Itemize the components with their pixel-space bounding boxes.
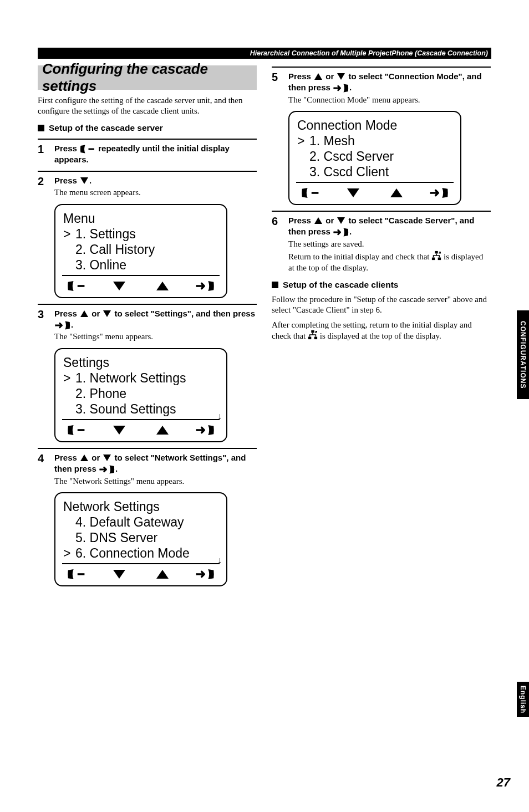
softkey-down-icon <box>342 186 364 200</box>
softkey-down-icon <box>108 279 130 293</box>
lcd-cursor: > <box>63 226 75 242</box>
t: Press <box>54 144 79 153</box>
step-divider <box>38 304 257 305</box>
lcd-title: Network Settings <box>63 499 218 514</box>
t: . <box>115 464 118 473</box>
network-icon <box>431 251 441 261</box>
lcd-softkey-row <box>63 279 218 293</box>
step-3: 3 Press or to select "Settings", and the… <box>38 308 257 343</box>
step-instruction: Press . <box>54 175 257 186</box>
step-2: 2 Press . The menu screen appears. <box>38 175 257 198</box>
up-arrow-icon <box>314 73 322 80</box>
softkey-down-icon <box>108 423 130 437</box>
lcd-title: Connection Mode <box>297 118 452 133</box>
lcd-item: 6. Connection Mode <box>75 545 190 561</box>
lcd-divider <box>62 419 220 420</box>
subhead-clients: Setup of the cascade clients <box>272 280 491 290</box>
handset-enter-icon <box>333 83 349 93</box>
subhead-server-text: Setup of the cascade server <box>49 123 163 132</box>
step-divider <box>272 211 491 212</box>
step-body: Return to the initial display and check … <box>288 251 491 273</box>
clients-paragraph-1: Follow the procedure in "Setup of the ca… <box>272 294 491 315</box>
page-number: 27 <box>497 775 510 790</box>
lcd-scroll-down-icon: ↓ <box>217 555 222 566</box>
square-bullet-icon <box>272 282 278 288</box>
step-1: 1 Press repeatedly until the initial dis… <box>38 143 257 166</box>
step-divider <box>38 171 257 172</box>
lcd-item: 2. Call History <box>75 242 155 257</box>
t: or <box>89 309 102 318</box>
section-header-text: Hierarchical Connection of Multiple Proj… <box>250 49 488 57</box>
step-5: 5 Press or to select "Connection Mode", … <box>272 71 491 105</box>
step-body: The menu screen appears. <box>54 187 257 198</box>
t: Press <box>54 453 79 462</box>
lcd-divider <box>62 563 220 564</box>
lcd-item: 2. Phone <box>75 386 126 401</box>
lcd-title: Settings <box>63 355 218 370</box>
side-tab-configurations: CONFIGURATIONS <box>517 310 529 399</box>
softkey-enter-icon <box>194 568 216 581</box>
t: Press <box>288 72 313 81</box>
lcd-item: 2. Cscd Server <box>309 149 394 164</box>
lcd-softkey-row <box>297 186 452 200</box>
down-arrow-icon <box>103 310 111 317</box>
step-6: 6 Press or to select "Cascade Server", a… <box>272 215 491 273</box>
side-tab-label: English <box>519 686 527 713</box>
left-column: Configuring the cascade settings First c… <box>38 65 257 590</box>
lcd-item: 5. DNS Server <box>75 530 157 545</box>
down-arrow-icon <box>337 217 345 224</box>
subhead-clients-text: Setup of the cascade clients <box>283 280 398 289</box>
softkey-up-icon <box>151 568 174 581</box>
t: . <box>89 176 91 185</box>
side-tab-language: English <box>517 682 529 717</box>
step-instruction: Press or to select "Connection Mode", an… <box>288 71 491 94</box>
down-arrow-icon <box>80 177 88 184</box>
softkey-back-icon <box>299 186 322 200</box>
lcd-item: 3. Online <box>75 257 126 273</box>
down-arrow-icon <box>337 73 345 80</box>
lcd-screen-network: Network Settings 4. Default Gateway 5. D… <box>54 492 227 586</box>
step-instruction: Press or to select "Settings", and then … <box>54 308 257 331</box>
lcd-cursor: > <box>297 133 309 149</box>
headline-band: Configuring the cascade settings <box>38 65 257 90</box>
right-column: 5 Press or to select "Connection Mode", … <box>272 61 491 346</box>
subhead-server: Setup of the cascade server <box>38 123 257 133</box>
up-arrow-icon <box>80 310 88 317</box>
softkey-down-icon <box>108 568 130 581</box>
step-number: 3 <box>38 308 54 320</box>
intro-paragraph: First configure the setting of the casca… <box>38 95 257 116</box>
up-arrow-icon <box>314 217 322 224</box>
t: Press <box>54 309 79 318</box>
lcd-item: 3. Cscd Client <box>309 164 389 180</box>
lcd-softkey-row <box>63 423 218 437</box>
softkey-up-icon <box>151 423 174 437</box>
step-number: 6 <box>272 215 288 227</box>
t: or <box>323 216 336 225</box>
lcd-item: 1. Mesh <box>309 133 355 149</box>
step-body: The "Settings" menu appears. <box>54 331 257 343</box>
softkey-enter-icon <box>428 186 450 200</box>
lcd-divider <box>62 275 220 276</box>
step-divider <box>38 139 257 140</box>
lcd-cursor: > <box>63 545 75 561</box>
lcd-divider <box>296 182 454 183</box>
step-instruction: Press repeatedly until the initial displ… <box>54 143 257 166</box>
softkey-up-icon <box>385 186 408 200</box>
down-arrow-icon <box>103 454 111 461</box>
lcd-item: 3. Sound Settings <box>75 401 176 417</box>
side-tab-label: CONFIGURATIONS <box>519 321 527 389</box>
up-arrow-icon <box>80 454 88 461</box>
step-number: 5 <box>272 71 288 83</box>
t: . <box>349 227 352 236</box>
section-header-bar: Hierarchical Connection of Multiple Proj… <box>38 48 491 59</box>
step-number: 2 <box>38 175 54 187</box>
lcd-softkey-row <box>63 568 218 581</box>
softkey-back-icon <box>65 568 88 581</box>
softkey-back-icon <box>65 423 88 437</box>
step-number: 1 <box>38 143 54 155</box>
lcd-title: Menu <box>63 211 218 226</box>
lcd-cursor: > <box>63 370 75 386</box>
handset-enter-icon <box>54 320 71 330</box>
step-4: 4 Press or to select "Network Settings",… <box>38 452 257 487</box>
t: . <box>349 83 352 92</box>
